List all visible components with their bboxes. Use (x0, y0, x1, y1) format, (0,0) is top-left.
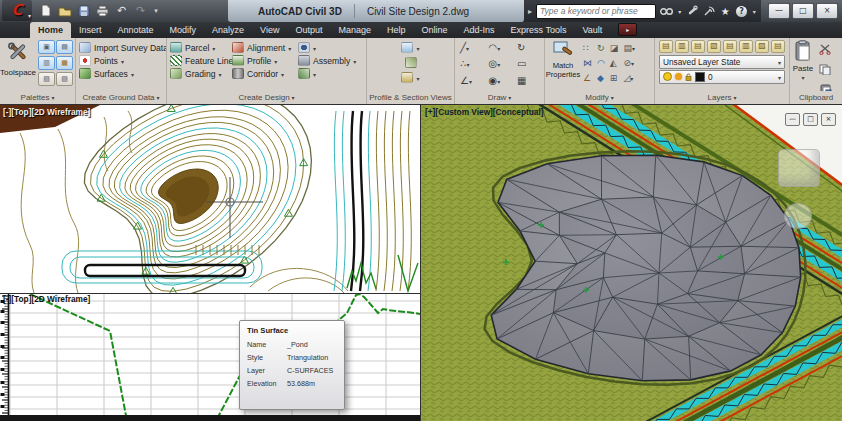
profile-button[interactable]: Profile (229, 54, 295, 67)
cut-button[interactable] (819, 41, 832, 59)
palette-toggle-button[interactable]: ▣ (38, 40, 55, 54)
assembly-button[interactable]: Assembly (295, 54, 361, 67)
corridor-button[interactable]: Corridor (229, 67, 295, 80)
viewport-plan[interactable]: [-][Top][2D Wireframe] (0, 105, 420, 293)
tab-help[interactable]: Help (379, 22, 414, 38)
draw-rectangle-button[interactable]: ▭ (517, 56, 539, 71)
app-logo-icon[interactable]: C▾ (2, 0, 32, 21)
modify-break-button[interactable]: ⊘ (623, 55, 635, 70)
match-properties-button[interactable]: Match Properties (545, 38, 581, 79)
panel-label-profile-section-views[interactable]: Profile & Section Views (367, 91, 454, 104)
section-views-button[interactable] (398, 71, 422, 84)
surfaces-button[interactable]: Surfaces (76, 67, 166, 80)
draw-ellipse-button[interactable]: ◉ (489, 73, 513, 88)
ribbon-display-toggle-icon[interactable]: ▸ (618, 23, 637, 36)
layer-tool-button[interactable]: ▧ (707, 40, 721, 53)
viewport-plan-label[interactable]: [-][Top][2D Wireframe] (3, 107, 90, 117)
panel-label-palettes[interactable]: Palettes (0, 91, 75, 104)
viewport-model[interactable]: [+][Custom View][Conceptual] — □ × (421, 105, 842, 421)
tab-addins[interactable]: Add-Ins (456, 22, 503, 38)
palette-toggle-button[interactable]: ▨ (56, 72, 73, 86)
alignment-button[interactable]: Alignment (229, 41, 295, 54)
doc-close-button[interactable]: × (821, 113, 836, 126)
layer-tool-button[interactable]: ▥ (675, 40, 689, 53)
draw-arc-button[interactable]: ◠ (489, 40, 513, 55)
subscription-wrench-icon[interactable] (686, 5, 698, 18)
modify-fillet-button[interactable]: ◠ (597, 55, 605, 70)
modify-array-rect-button[interactable]: ⊞ (610, 70, 619, 85)
modify-copy-button[interactable]: ∷ (583, 40, 592, 55)
save-icon[interactable] (76, 4, 91, 18)
restore-button[interactable]: □ (792, 3, 814, 19)
search-dropdown-icon[interactable]: ▾ (677, 5, 682, 18)
palette-toggle-button[interactable]: ▧ (38, 72, 55, 86)
draw-circle-button[interactable]: ◎ (489, 56, 513, 71)
panel-label-create-ground-data[interactable]: Create Ground Data (76, 91, 166, 104)
modify-explode-button[interactable]: ◆ (597, 70, 605, 85)
feature-line-button[interactable]: Feature Line (167, 54, 229, 67)
modify-stack-button[interactable]: ▤ (623, 40, 635, 55)
draw-revcloud-button[interactable]: ↻ (517, 40, 539, 55)
layer-tool-button[interactable]: ▤ (659, 40, 673, 53)
layer-tool-button[interactable]: ▥ (739, 40, 753, 53)
parcel-button[interactable]: Parcel (167, 41, 229, 54)
tab-insert[interactable]: Insert (71, 22, 110, 38)
navigation-wheel-icon[interactable] (784, 203, 812, 229)
undo-icon[interactable]: ↶ (114, 4, 129, 18)
copy-button[interactable] (819, 61, 832, 79)
minimize-button[interactable]: — (768, 3, 790, 19)
tab-manage[interactable]: Manage (331, 22, 380, 38)
tab-vault[interactable]: Vault (574, 22, 610, 38)
layer-tool-button[interactable]: ▨ (755, 40, 769, 53)
tab-output[interactable]: Output (287, 22, 330, 38)
modify-chamfer-button[interactable]: ◿ (623, 70, 635, 85)
draw-hatch-button[interactable]: ▦ (517, 73, 539, 88)
pipe-network-button[interactable] (295, 67, 361, 80)
grading-button[interactable]: Grading (167, 67, 229, 80)
draw-line-button[interactable]: ╱ (460, 40, 485, 55)
help-dropdown-icon[interactable]: ▾ (752, 5, 757, 18)
panel-label-clipboard[interactable]: Clipboard (790, 91, 842, 104)
intersection-button[interactable] (295, 41, 361, 54)
modify-trim-button[interactable]: ◪ (610, 40, 619, 55)
tab-view[interactable]: View (252, 22, 287, 38)
search-binoculars-icon[interactable] (660, 5, 673, 18)
infocenter-expand-icon[interactable]: ▸ (528, 7, 532, 16)
viewport-profile[interactable]: [-][Top][2D Wireframe] (0, 294, 420, 421)
viewcube[interactable] (778, 149, 820, 187)
points-button[interactable]: Points (76, 54, 166, 67)
viewport-model-label[interactable]: [+][Custom View][Conceptual] (425, 107, 544, 117)
tab-annotate[interactable]: Annotate (110, 22, 162, 38)
tab-express-tools[interactable]: Express Tools (503, 22, 575, 38)
viewport-profile-label[interactable]: [-][Top][2D Wireframe] (3, 294, 90, 304)
layer-tool-button[interactable]: ▤ (723, 40, 737, 53)
close-button[interactable]: × (816, 3, 838, 19)
current-layer-combo[interactable]: 0 (659, 70, 785, 84)
new-file-icon[interactable] (38, 4, 53, 18)
qat-dropdown-icon[interactable]: ▾ (152, 4, 160, 18)
paste-button[interactable]: Paste (790, 38, 816, 82)
help-icon[interactable]: ? (735, 5, 747, 18)
palette-toggle-button[interactable]: ▦ (56, 56, 73, 70)
modify-edit-button[interactable]: ∠ (583, 70, 592, 85)
doc-restore-button[interactable]: □ (803, 113, 818, 126)
tab-home[interactable]: Home (30, 22, 71, 38)
sample-lines-button[interactable] (402, 56, 420, 69)
plan-canvas[interactable] (0, 105, 420, 293)
tab-modify[interactable]: Modify (162, 22, 205, 38)
draw-polyline-button[interactable]: ∠ (460, 73, 485, 88)
palette-toggle-button[interactable]: ▥ (38, 56, 55, 70)
tab-online[interactable]: Online (414, 22, 456, 38)
profile-view-button[interactable] (398, 41, 422, 54)
favorites-star-icon[interactable]: ★ (719, 5, 731, 18)
layer-tool-button[interactable]: ▤ (691, 40, 705, 53)
layer-state-combo[interactable]: Unsaved Layer State (659, 55, 785, 69)
communication-center-icon[interactable] (703, 5, 715, 18)
redo-icon[interactable]: ↷ (133, 4, 148, 18)
panel-label-layers[interactable]: Layers (655, 91, 789, 104)
modify-mirror-button[interactable]: ⋈ (583, 55, 592, 70)
open-file-icon[interactable] (57, 4, 72, 18)
tab-analyze[interactable]: Analyze (204, 22, 252, 38)
panel-label-draw[interactable]: Draw (455, 91, 544, 104)
profile-canvas[interactable] (0, 294, 420, 421)
